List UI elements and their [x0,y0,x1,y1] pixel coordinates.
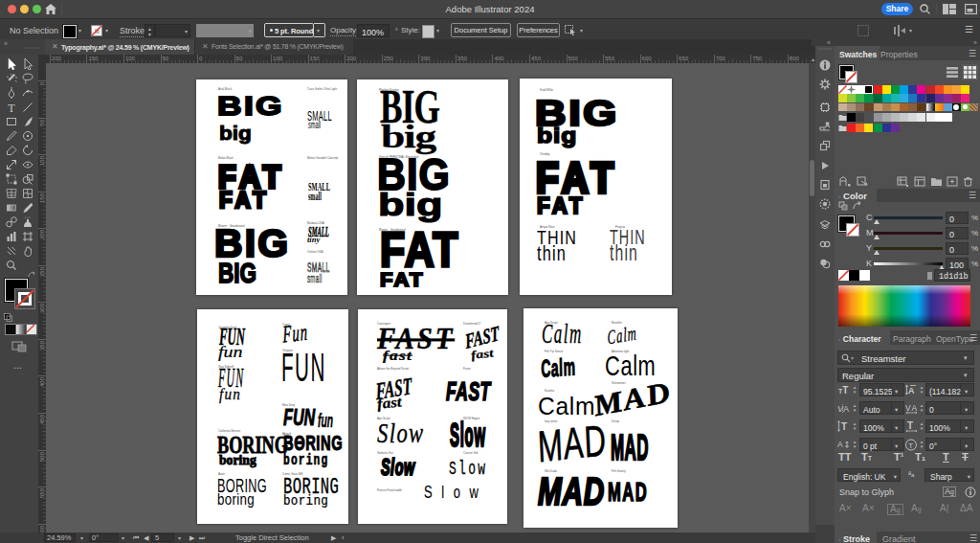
svg-text:T: T [907,420,913,431]
svg-text:T: T [8,102,15,113]
svg-text:T: T [908,441,913,450]
svg-text:A: A [912,403,918,413]
svg-text:A: A [837,440,843,449]
svg-text:T: T [841,421,847,432]
svg-text:A: A [908,386,915,396]
svg-text:V: V [905,403,911,413]
svg-text:A: A [843,404,849,414]
